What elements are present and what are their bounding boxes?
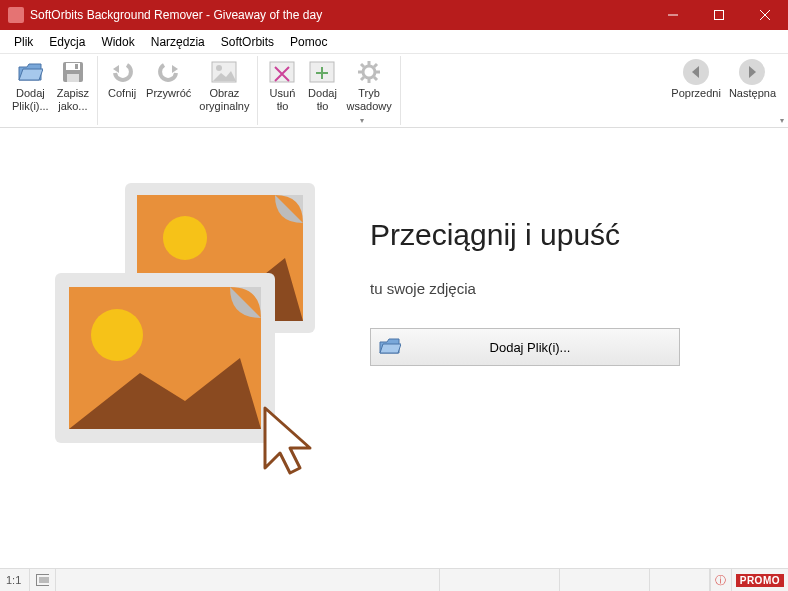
drop-text: Przeciągnij i upuść tu swoje zdjęcia	[370, 218, 620, 297]
titlebar: SoftOrbits Background Remover - Giveaway…	[0, 0, 788, 30]
add-files-main-button[interactable]: Dodaj Plik(i)...	[370, 328, 680, 366]
status-cell	[560, 569, 650, 591]
original-image-button[interactable]: Obraz oryginalny	[195, 56, 253, 125]
svg-rect-30	[39, 577, 49, 583]
menu-file[interactable]: Plik	[6, 33, 41, 51]
main-canvas[interactable]: Przeciągnij i upuść tu swoje zdjęcia Dod…	[0, 128, 788, 568]
add-bg-button[interactable]: Dodaj tło	[302, 56, 342, 125]
status-spacer	[56, 569, 440, 591]
drop-heading: Przeciągnij i upuść	[370, 218, 620, 252]
remove-bg-button[interactable]: Usuń tło	[262, 56, 302, 125]
folder-open-icon	[16, 58, 44, 86]
status-cell	[440, 569, 560, 591]
svg-rect-7	[75, 64, 78, 69]
folder-open-icon	[379, 337, 401, 358]
toolbar-group-file: Dodaj Plik(i)... Zapisz jako...	[4, 56, 98, 125]
undo-button[interactable]: Cofnij	[102, 56, 142, 125]
status-cell	[650, 569, 710, 591]
app-icon	[8, 7, 24, 23]
batch-button[interactable]: Tryb wsadowy	[342, 56, 395, 125]
add-files-main-label: Dodaj Plik(i)...	[409, 340, 679, 355]
add-files-button[interactable]: Dodaj Plik(i)...	[8, 56, 53, 125]
menu-tools[interactable]: Narzędzia	[143, 33, 213, 51]
menu-softorbits[interactable]: SoftOrbits	[213, 33, 282, 51]
overflow-chevron-icon[interactable]: ▾	[780, 116, 784, 125]
window-title: SoftOrbits Background Remover - Giveaway…	[30, 8, 650, 22]
arrow-left-icon	[682, 58, 710, 86]
remove-bg-icon	[268, 58, 296, 86]
menu-help[interactable]: Pomoc	[282, 33, 335, 51]
svg-line-18	[374, 77, 377, 80]
drop-subheading: tu swoje zdjęcia	[370, 280, 620, 297]
toolbar-group-edit: Cofnij Przywróć Obraz oryginalny	[98, 56, 258, 125]
zoom-level[interactable]: 1:1	[0, 569, 30, 591]
menu-edit[interactable]: Edycja	[41, 33, 93, 51]
gear-icon	[355, 58, 383, 86]
svg-point-25	[163, 216, 207, 260]
toolbar: Dodaj Plik(i)... Zapisz jako... Cofnij P…	[0, 54, 788, 128]
prev-button[interactable]: Poprzedni	[667, 56, 725, 125]
svg-rect-6	[67, 74, 79, 82]
svg-line-20	[361, 77, 364, 80]
save-icon	[59, 58, 87, 86]
svg-point-28	[91, 309, 143, 361]
save-as-button[interactable]: Zapisz jako...	[53, 56, 93, 125]
arrow-right-icon	[738, 58, 766, 86]
toolbar-group-nav: Poprzedni Następna	[663, 56, 784, 125]
redo-icon	[155, 58, 183, 86]
redo-button[interactable]: Przywróć	[142, 56, 195, 125]
next-button[interactable]: Następna	[725, 56, 780, 125]
add-bg-icon	[308, 58, 336, 86]
svg-line-19	[374, 64, 377, 67]
minimize-button[interactable]	[650, 0, 696, 30]
svg-point-9	[216, 65, 222, 71]
drop-illustration-icon	[55, 173, 355, 473]
fit-icon	[36, 574, 49, 586]
overflow-chevron-icon[interactable]: ▾	[360, 116, 364, 125]
svg-point-12	[363, 66, 375, 78]
fit-screen-button[interactable]	[30, 569, 56, 591]
maximize-button[interactable]	[696, 0, 742, 30]
image-icon	[210, 58, 238, 86]
toolbar-group-bg: Usuń tło Dodaj tło Tryb wsadowy	[258, 56, 400, 125]
info-icon: ⓘ	[715, 573, 726, 588]
menubar: Plik Edycja Widok Narzędzia SoftOrbits P…	[0, 30, 788, 54]
svg-line-17	[361, 64, 364, 67]
promo-badge[interactable]: PROMO	[736, 574, 784, 587]
close-button[interactable]	[742, 0, 788, 30]
undo-icon	[108, 58, 136, 86]
svg-rect-10	[270, 62, 294, 82]
window-controls	[650, 0, 788, 30]
info-button[interactable]: ⓘ	[710, 569, 732, 591]
svg-rect-1	[715, 11, 724, 20]
menu-view[interactable]: Widok	[93, 33, 142, 51]
statusbar: 1:1 ⓘ PROMO	[0, 568, 788, 591]
